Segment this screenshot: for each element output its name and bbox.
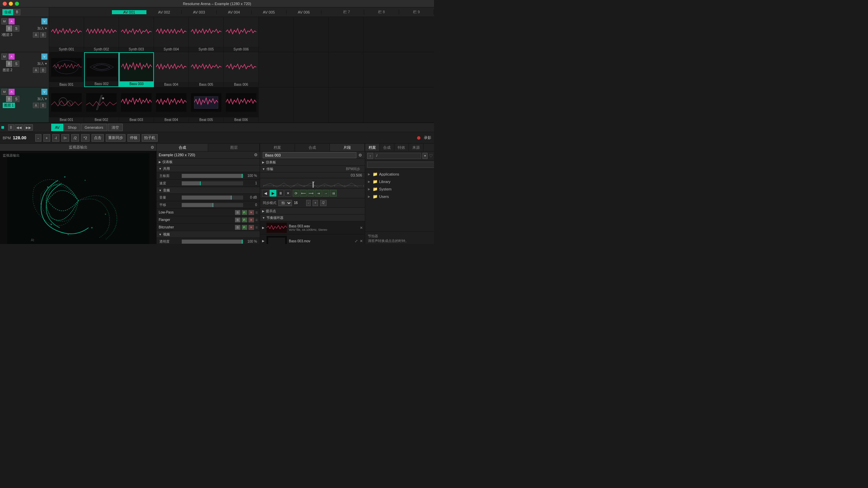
clip-file-mov-play-btn[interactable]: ▶ <box>262 239 264 243</box>
effect-flanger-b-btn[interactable]: B <box>235 218 240 222</box>
tree-item-system[interactable]: ▶ 📁 System <box>365 185 434 193</box>
effect-bitcrusher-menu-btn[interactable]: ≡ <box>255 225 258 230</box>
clip-dashboard-header[interactable]: ▶ 仪表板 <box>260 159 365 166</box>
extra-col-9[interactable]: 栏 9 <box>399 9 434 15</box>
effect-bitcrusher-b-btn[interactable]: B <box>235 225 240 230</box>
effect-flanger-x-btn[interactable]: ✕ <box>249 218 254 222</box>
effect-bitcrusher-p-btn[interactable]: P. <box>242 225 247 230</box>
minimize-button[interactable] <box>9 2 13 6</box>
tc-end-btn[interactable]: ⇉ <box>330 190 337 197</box>
clip-file-wav-close-btn[interactable]: ✕ <box>360 226 363 230</box>
effect-bitcrusher-x-btn[interactable]: ✕ <box>249 225 254 230</box>
clip-file-mov-resize-btn[interactable]: ⤢ <box>355 239 358 243</box>
layer1-s-btn[interactable]: S <box>13 96 19 102</box>
browser-search-input[interactable] <box>367 162 434 168</box>
clip-file-mov-close-btn[interactable]: ✕ <box>360 239 363 243</box>
layer1-a-btn[interactable]: A <box>8 89 15 95</box>
browser-up-btn[interactable]: ↑ <box>367 153 373 159</box>
tc-back-btn[interactable]: ⟵ <box>300 190 307 197</box>
layer2-add[interactable]: 加入 ▾ <box>37 61 47 66</box>
clip-beat-003[interactable]: Beat 003 <box>119 87 154 122</box>
dashboard-header[interactable]: ▶ 仪表板 <box>157 159 260 165</box>
av-col-004[interactable]: AV 004 <box>217 10 252 14</box>
speed-slider[interactable] <box>182 181 243 185</box>
clear-btn[interactable]: 清空 <box>108 124 123 131</box>
sync-mode-select[interactable]: 拍 <box>278 200 292 206</box>
browser-tab-sources[interactable]: 来源 <box>409 144 423 151</box>
av-col-002[interactable]: AV 002 <box>147 10 182 14</box>
av-col-003[interactable]: AV 003 <box>182 10 217 14</box>
sync-div2-btn[interactable]: /2 <box>320 200 326 206</box>
clip-synth-004[interactable]: Synth 004 <box>154 17 189 52</box>
tab-av[interactable]: AV <box>51 124 63 131</box>
av-col-001[interactable]: AV 001 <box>112 10 147 14</box>
clip-beat-004[interactable]: Beat 004 <box>154 87 189 122</box>
common-header[interactable]: ▼ 共用 <box>157 165 260 172</box>
extra-col-7[interactable]: 栏 7 <box>329 9 364 15</box>
timeline-bar[interactable] <box>260 178 365 188</box>
layer3-add[interactable]: 加入 ▾ <box>37 26 47 31</box>
tc-loop-btn[interactable]: ⟳ <box>293 190 299 197</box>
layer2-v-btn[interactable]: V <box>41 54 47 60</box>
layer3-a-toggle[interactable]: A <box>33 32 39 38</box>
browser-tab-comp[interactable]: 合成 <box>380 144 394 151</box>
tc-play-btn[interactable]: ▶ <box>270 190 276 197</box>
layer2-x[interactable]: X <box>0 62 0 66</box>
layer2-a-btn[interactable]: A <box>8 54 15 60</box>
tab-shop[interactable]: Shop <box>64 124 80 131</box>
av-col-006[interactable]: AV 006 <box>287 10 321 14</box>
browser-search-clear-btn[interactable]: ✕ <box>433 162 434 167</box>
tree-item-applications[interactable]: ▶ 📁 Applications <box>365 170 434 178</box>
layer1-add[interactable]: 加入 ▾ <box>37 97 47 101</box>
close-button[interactable] <box>3 2 7 6</box>
clip-tab-files[interactable]: 档案 <box>260 144 295 151</box>
effect-flanger-menu-btn[interactable]: ≡ <box>255 218 258 222</box>
comp-settings-btn[interactable]: ⚙ <box>254 152 258 157</box>
clip-bass-003[interactable]: Bass 003 <box>119 52 154 87</box>
sync-minus-btn[interactable]: - <box>306 200 311 206</box>
composition-btn[interactable]: 合成 <box>2 9 13 15</box>
volume-slider[interactable] <box>182 196 243 200</box>
clip-synth-001[interactable]: Synth 001 <box>49 17 84 52</box>
bpm-tap-btn[interactable]: 拍子机 <box>142 134 158 142</box>
b-btn[interactable]: B <box>14 9 20 15</box>
layer1-x[interactable]: X <box>0 97 0 101</box>
next-btn[interactable]: ▶▶ <box>24 124 33 130</box>
clip-tab-comp[interactable]: 合成 <box>295 144 330 151</box>
clip-synth-002[interactable]: Synth 002 <box>84 17 119 52</box>
effect-lowpass-b-btn[interactable]: B <box>235 210 240 215</box>
clip-synth-003[interactable]: Synth 003 <box>119 17 154 52</box>
browser-favorite-btn[interactable]: ♡ <box>429 153 433 158</box>
layer3-x[interactable]: X <box>1 33 4 36</box>
bpm-ip-btn[interactable]: I+ <box>61 134 69 142</box>
bpm-mi-btn[interactable]: -I <box>52 134 59 142</box>
tc-prev-btn[interactable]: ◀ <box>262 190 269 197</box>
clip-bass-005[interactable]: Bass 005 <box>189 52 224 87</box>
clip-transport-header[interactable]: ▼ 传输 BPM同步 <box>260 166 365 172</box>
sync-plus-btn[interactable]: + <box>313 200 318 206</box>
clip-beat-006[interactable]: Beat 006 <box>224 87 259 122</box>
pan-slider[interactable] <box>182 203 243 207</box>
clip-beat-001[interactable]: Beat 001 <box>49 87 84 122</box>
layer3-b-btn[interactable]: B <box>6 25 12 32</box>
clip-beat-005[interactable]: Beat 005 <box>189 87 224 122</box>
effect-lowpass-p-btn[interactable]: P. <box>242 210 247 215</box>
clip-settings-btn[interactable]: ⚙ <box>358 153 362 158</box>
comp-tab-composition[interactable]: 合成 <box>157 144 208 151</box>
prev-btn[interactable]: ◀◀ <box>15 124 23 130</box>
cues-header[interactable]: ▶ 提示点 <box>260 208 365 215</box>
audio-header[interactable]: ▼ 音频 <box>157 187 260 194</box>
layer1-b-btn[interactable]: B <box>6 96 12 102</box>
effect-lowpass-x-btn[interactable]: ✕ <box>249 210 254 215</box>
layer1-a-toggle[interactable]: A <box>33 103 39 108</box>
layer3-b-toggle[interactable]: B <box>40 32 46 38</box>
layer2-b-btn[interactable]: B <box>6 61 12 67</box>
clip-bass-004[interactable]: Bass 004 <box>154 52 189 87</box>
layer3-a-btn[interactable]: A <box>8 18 15 24</box>
effect-lowpass-menu-btn[interactable]: ≡ <box>255 210 258 215</box>
bpm-div2-btn[interactable]: /2 <box>71 134 79 142</box>
browser-path-input[interactable] <box>375 153 421 159</box>
b-transport-btn[interactable]: B <box>8 124 14 130</box>
layer3-v-btn[interactable]: V <box>41 18 47 24</box>
av-col-005[interactable]: AV 005 <box>252 10 287 14</box>
